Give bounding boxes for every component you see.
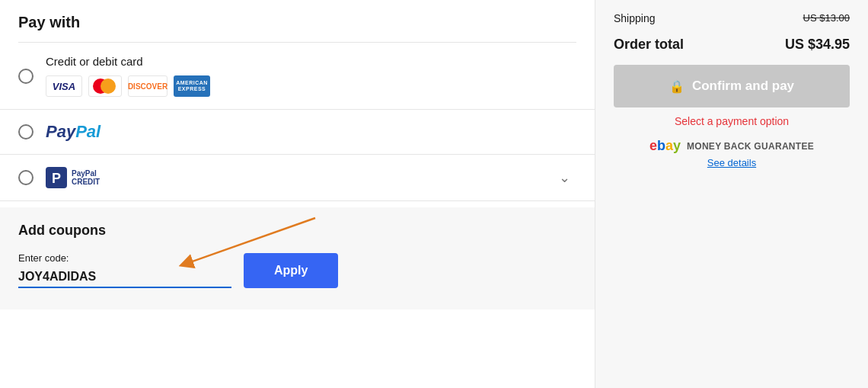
- visa-logo: VISA: [46, 75, 82, 97]
- ebay-y: y: [673, 138, 681, 153]
- mastercard-logo: [88, 75, 122, 97]
- coupons-title: Add coupons: [18, 223, 576, 239]
- pay-with-title: Pay with: [18, 14, 576, 31]
- order-total-row: Order total US $34.95: [614, 32, 850, 53]
- paypal-pal-text: Pal: [75, 122, 101, 141]
- radio-paypal-credit[interactable]: [18, 170, 34, 185]
- order-total-value: US $34.95: [785, 37, 850, 53]
- payment-option-paypal-credit[interactable]: P PayPal CREDIT ⌄: [0, 155, 595, 201]
- guarantee-text: MONEY BACK GUARANTEE: [687, 141, 814, 152]
- paypal-credit-text: PayPal CREDIT: [72, 169, 100, 186]
- paypal-pay-text: Pay: [46, 122, 75, 141]
- paypal-credit-logo: P PayPal CREDIT: [46, 167, 100, 188]
- card-logos: VISA DISCOVER: [46, 75, 210, 97]
- radio-paypal[interactable]: [18, 124, 34, 139]
- paypal-p-icon: P: [46, 167, 67, 188]
- coupon-input[interactable]: [18, 267, 231, 288]
- order-total-label: Order total: [614, 37, 684, 53]
- ebay-a: a: [665, 138, 673, 153]
- see-details-link[interactable]: See details: [614, 157, 850, 168]
- ebay-b: b: [657, 138, 665, 153]
- apply-button[interactable]: Apply: [244, 253, 338, 288]
- radio-credit-card[interactable]: [18, 69, 34, 84]
- select-payment-text: Select a payment option: [614, 115, 850, 127]
- pp-paypal-label: PayPal: [72, 169, 100, 178]
- payment-option-paypal[interactable]: PayPal: [0, 110, 595, 155]
- ebay-guarantee: ebay MONEY BACK GUARANTEE: [614, 138, 850, 154]
- page-wrapper: Pay with Credit or debit card VISA: [0, 0, 868, 388]
- paypal-credit-row: P PayPal CREDIT ⌄: [46, 167, 576, 188]
- mc-circle-orange: [101, 79, 116, 94]
- right-panel: Shipping US $13.00 Order total US $34.95…: [595, 0, 868, 388]
- paypal-logo: PayPal: [46, 122, 101, 142]
- coupon-input-wrapper: Enter code:: [18, 252, 231, 288]
- discover-logo: DISCOVER: [128, 75, 168, 97]
- confirm-pay-button[interactable]: 🔒 Confirm and pay: [614, 65, 850, 107]
- shipping-label: Shipping: [614, 12, 656, 24]
- coupons-section: Add coupons Enter code:: [0, 207, 595, 309]
- ebay-e: e: [649, 138, 657, 153]
- payment-option-credit-card[interactable]: Credit or debit card VISA: [0, 43, 595, 110]
- amex-logo: AMERICAN EXPRESS: [174, 75, 210, 97]
- pay-with-section: Pay with: [0, 0, 595, 43]
- chevron-down-icon: ⌄: [559, 169, 570, 186]
- ebay-logo: ebay: [649, 138, 681, 154]
- left-panel: Pay with Credit or debit card VISA: [0, 0, 595, 388]
- credit-card-inner: Credit or debit card VISA: [18, 55, 576, 97]
- paypal-inner: PayPal: [18, 122, 576, 142]
- lock-icon: 🔒: [669, 79, 685, 94]
- paypal-credit-inner: P PayPal CREDIT ⌄: [18, 167, 576, 188]
- shipping-row: Shipping US $13.00: [614, 12, 850, 24]
- coupon-form: Enter code: Apply: [18, 252, 576, 288]
- credit-card-content: Credit or debit card VISA: [46, 55, 210, 97]
- shipping-value: US $13.00: [803, 12, 850, 24]
- pp-credit-label: CREDIT: [72, 178, 100, 186]
- coupon-input-label: Enter code:: [18, 252, 231, 264]
- credit-card-label: Credit or debit card: [46, 55, 210, 68]
- confirm-pay-label: Confirm and pay: [692, 79, 794, 94]
- svg-text:P: P: [52, 171, 61, 186]
